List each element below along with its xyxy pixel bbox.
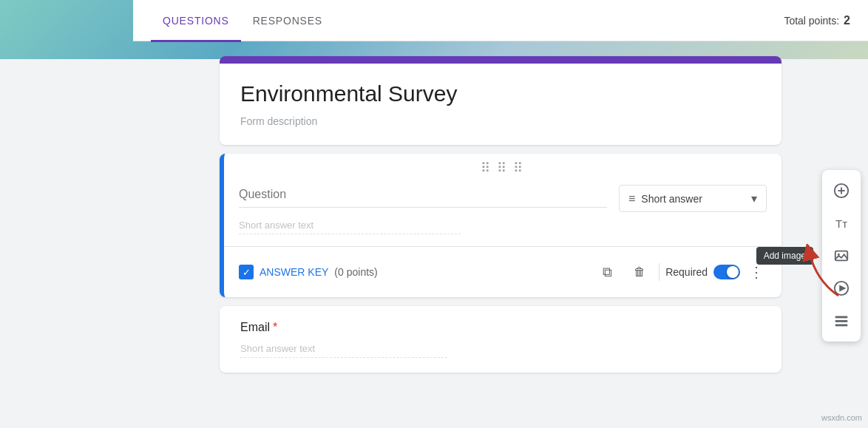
answer-key-button[interactable]: ✓ ANSWER KEY (0 points) [239, 265, 378, 279]
question-input[interactable] [239, 185, 607, 208]
copy-icon: ⧉ [603, 265, 612, 280]
email-short-answer: Short answer text [240, 343, 447, 358]
watermark-text: wsxdn.com [821, 413, 862, 422]
toggle-knob [727, 266, 739, 278]
footer-actions: ⧉ 🗑 Required ⋮ [594, 259, 767, 285]
question-row: Short answer text ≡ Short answer ▾ [239, 185, 767, 234]
divider [659, 263, 660, 281]
add-question-button[interactable] [827, 176, 856, 205]
answer-key-points: (0 points) [334, 266, 377, 278]
arrow-container [801, 244, 846, 306]
watermark: wsxdn.com [821, 413, 862, 422]
answer-key-label: ANSWER KEY [260, 266, 328, 278]
email-card: Email * Short answer text [220, 306, 781, 373]
add-section-icon [833, 313, 850, 329]
add-section-button[interactable] [827, 306, 856, 336]
tab-responses[interactable]: RESPONSES [241, 1, 334, 42]
dropdown-arrow-icon: ▾ [751, 191, 757, 205]
answer-key-icon: ✓ [239, 265, 254, 279]
add-question-icon [833, 183, 850, 199]
email-title: Email * [240, 321, 761, 334]
svg-rect-9 [835, 325, 848, 327]
type-dropdown[interactable]: ≡ Short answer ▾ [619, 185, 767, 212]
required-toggle: Required [665, 265, 740, 279]
pointer-arrow [801, 244, 846, 303]
question-card: ⠿ ⠿ ⠿ Short answer text ≡ Short answer ▾ [220, 154, 781, 297]
form-title[interactable]: Environmental Survey [240, 81, 761, 106]
total-points-label: Total points: [784, 15, 839, 27]
type-icon: ≡ [628, 192, 635, 205]
svg-rect-8 [835, 320, 848, 322]
card-footer: ✓ ANSWER KEY (0 points) ⧉ 🗑 Required [224, 246, 781, 297]
short-answer-hint: Short answer text [239, 211, 461, 234]
add-image-tooltip-text: Add image [764, 251, 806, 261]
required-switch[interactable] [713, 265, 740, 279]
email-required-star: * [273, 321, 277, 334]
questions-tab-label: QUESTIONS [163, 15, 229, 27]
responses-tab-label: RESPONSES [253, 15, 322, 27]
delete-icon: 🗑 [634, 265, 645, 279]
total-points-area: Total points: 2 [784, 14, 850, 27]
title-card: Environmental Survey Form description [220, 56, 781, 145]
more-icon: ⋮ [749, 264, 764, 280]
email-title-text: Email [240, 321, 270, 334]
add-title-icon: Tт [835, 217, 847, 230]
copy-button[interactable]: ⧉ [594, 259, 620, 285]
required-label: Required [665, 266, 708, 278]
tabs-header: QUESTIONS RESPONSES Total points: 2 [133, 0, 868, 41]
tab-questions[interactable]: QUESTIONS [151, 1, 241, 42]
type-label: Short answer [641, 193, 745, 205]
delete-button[interactable]: 🗑 [626, 259, 653, 285]
question-input-area: Short answer text [239, 185, 607, 234]
add-title-button[interactable]: Tт [827, 208, 856, 238]
total-points-value: 2 [844, 14, 850, 27]
form-content: Environmental Survey Form description ⠿ … [133, 41, 868, 428]
form-description[interactable]: Form description [240, 115, 761, 127]
tabs-left: QUESTIONS RESPONSES [151, 0, 334, 41]
question-body: Short answer text ≡ Short answer ▾ [224, 179, 781, 234]
drag-handle[interactable]: ⠿ ⠿ ⠿ [224, 154, 781, 179]
svg-rect-7 [835, 316, 848, 319]
